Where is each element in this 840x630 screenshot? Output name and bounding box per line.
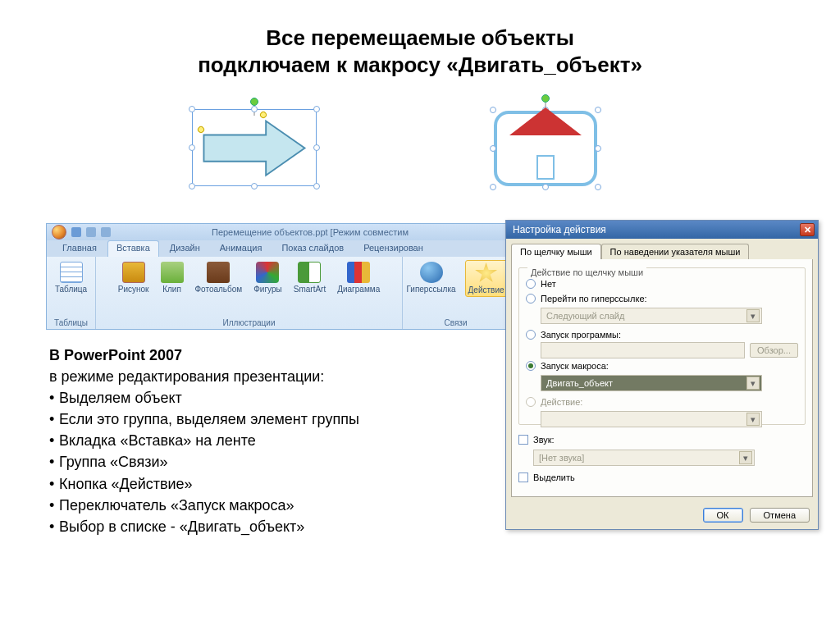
group-tables: Таблица Таблицы [47,257,96,329]
house-door-icon [536,155,555,180]
save-icon[interactable] [71,227,81,237]
powerpoint-ribbon: Перемещение объектов.ppt [Режим совмести… [46,223,510,330]
action-star-icon [475,262,498,284]
shapes-preview [0,91,840,206]
hyperlink-button[interactable]: Гиперссылка [404,260,458,295]
click-action-group: Действие по щелчку мыши Нет Перейти по г… [518,267,806,425]
group-links: Гиперссылка Действие Связи [403,257,509,329]
instructions-heading: В PowerPoint 2007 [49,347,182,363]
radio-icon[interactable] [526,330,536,340]
smartart-icon [298,262,321,283]
tab-home[interactable]: Главная [53,240,106,257]
chevron-down-icon[interactable]: ▾ [746,377,760,390]
tab-review[interactable]: Рецензирован [354,240,432,257]
undo-icon[interactable] [86,227,96,237]
document-title: Перемещение объектов.ppt [Режим совмести… [116,227,504,237]
close-button[interactable]: ✕ [800,223,815,236]
hyperlink-combo: Следующий слайд ▾ [541,308,762,324]
rotation-handle-icon[interactable] [250,98,258,106]
macro-combo[interactable]: Двигать_объект ▾ [541,375,762,391]
group-label: Действие по щелчку мыши [527,267,646,277]
radio-none-row[interactable]: Нет [526,276,798,291]
chevron-down-icon: ▾ [746,413,760,426]
program-path-input [541,342,745,358]
picture-button[interactable]: Рисунок [116,260,152,295]
ribbon-titlebar: Перемещение объектов.ppt [Режим совмести… [47,224,509,240]
chevron-down-icon: ▾ [746,309,760,322]
photoalbum-button[interactable]: Фотоальбом [193,260,245,295]
radio-icon[interactable] [526,294,536,304]
office-button-icon[interactable] [52,225,66,240]
globe-icon [420,262,443,283]
action-button[interactable]: Действие [465,260,508,297]
tab-animation[interactable]: Анимация [211,240,272,257]
radio-hyperlink-row[interactable]: Перейти по гиперссылке: [526,291,798,306]
chart-icon [347,262,370,283]
cancel-button[interactable]: Отмена [750,508,810,523]
table-button[interactable]: Таблица [52,260,89,295]
browse-button: Обзор... [750,343,798,358]
object-action-combo: ▾ [541,411,762,427]
house-roof-icon [509,107,582,135]
ok-button[interactable]: ОК [703,508,743,523]
checkbox-icon[interactable] [518,472,528,482]
radio-run-program-row[interactable]: Запуск программы: [526,327,798,342]
group-illustrations: Рисунок Клип Фотоальбом Фигуры SmartArt [96,257,403,329]
highlight-checkbox-row[interactable]: Выделить [518,469,806,486]
radio-icon[interactable] [526,279,536,289]
selected-house-shape[interactable] [484,96,607,193]
tab-mouse-click[interactable]: По щелчку мыши [511,244,601,259]
ribbon-tabs: Главная Вставка Дизайн Анимация Показ сл… [47,240,509,257]
close-icon: ✕ [804,225,811,235]
title-line1: Все перемещаемые объекты [33,25,807,52]
dialog-title-text: Настройка действия [513,224,606,235]
tab-design[interactable]: Дизайн [161,240,209,257]
clip-icon [161,262,184,283]
sound-checkbox-row[interactable]: Звук: [518,431,806,448]
title-line2: подключаем к макросу «Двигать_объект» [33,52,807,79]
dialog-titlebar[interactable]: Настройка действия ✕ [506,221,818,239]
shapes-button[interactable]: Фигуры [251,260,284,295]
instructions-subheading: в режиме редактирования презентации: [49,368,324,385]
rotation-handle-icon[interactable] [541,94,550,103]
chart-button[interactable]: Диаграмма [335,260,382,295]
tab-slideshow[interactable]: Показ слайдов [272,240,353,257]
clip-button[interactable]: Клип [158,260,186,295]
radio-icon[interactable] [526,361,536,371]
ribbon-groups: Таблица Таблицы Рисунок Клип Фотоальбом [47,257,509,329]
shapes-icon [256,262,279,283]
radio-icon [526,397,536,407]
dialog-buttons: ОК Отмена [703,508,810,523]
quick-access-toolbar[interactable] [71,227,111,237]
redo-icon[interactable] [101,227,111,237]
sound-combo: [Нет звука] ▾ [533,450,755,466]
instruction-text: В PowerPoint 2007 в режиме редактировани… [49,345,476,537]
picture-icon [122,262,145,283]
tab-insert[interactable]: Вставка [107,240,159,257]
selected-arrow-shape[interactable] [189,99,320,189]
dialog-body: Действие по щелчку мыши Нет Перейти по г… [511,259,813,497]
chevron-down-icon: ▾ [739,451,752,464]
checkbox-icon[interactable] [518,435,528,445]
dialog-tabs: По щелчку мыши По наведении указателя мы… [506,239,818,259]
radio-run-macro-row[interactable]: Запуск макроса: [526,358,798,373]
smartart-button[interactable]: SmartArt [291,260,328,295]
action-settings-dialog: Настройка действия ✕ По щелчку мыши По н… [505,220,819,530]
slide-title: Все перемещаемые объекты подключаем к ма… [0,0,840,86]
selection-outline [192,109,317,186]
photoalbum-icon [207,262,230,283]
radio-object-action-row: Действие: [526,395,798,409]
table-icon [60,262,83,283]
tab-mouse-hover[interactable]: По наведении указателя мыши [601,244,750,259]
